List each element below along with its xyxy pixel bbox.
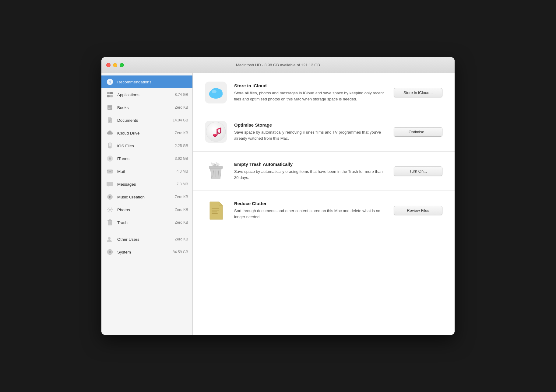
sidebar-label-trash: Trash — [117, 220, 175, 225]
clutter-rec-desc: Sort through documents and other content… — [234, 208, 386, 220]
sidebar-size-mail: 4.3 MB — [177, 169, 188, 173]
trash-icon — [106, 218, 114, 227]
sidebar-item-music-creation[interactable]: Music Creation Zero KB — [101, 191, 192, 203]
sidebar-item-recommendations[interactable]: ℹ Recommendations — [101, 75, 192, 88]
icloud-drive-icon — [106, 129, 114, 137]
svg-rect-3 — [107, 92, 110, 94]
recommendation-trash: Empty Trash Automatically Save space by … — [193, 152, 455, 191]
sidebar-item-books[interactable]: Books Zero KB — [101, 101, 192, 114]
photos-icon — [106, 205, 114, 214]
svg-line-28 — [111, 211, 112, 212]
svg-rect-33 — [109, 219, 111, 220]
sidebar-label-photos: Photos — [117, 208, 175, 212]
books-icon — [106, 103, 114, 112]
svg-rect-4 — [110, 92, 113, 94]
svg-point-49 — [212, 90, 216, 93]
sidebar-item-ios-files[interactable]: iOS Files 2.25 GB — [101, 139, 192, 152]
icloud-rec-text: Store in iCloud Store all files, photos … — [234, 83, 386, 102]
recommendation-clutter: Reduce Clutter Sort through documents an… — [193, 191, 455, 230]
sidebar-label-music-creation: Music Creation — [117, 195, 175, 199]
close-button[interactable] — [106, 63, 111, 67]
icloud-rec-button[interactable]: Store in iCloud... — [394, 88, 442, 97]
sidebar-label-recommendations: Recommendations — [117, 80, 188, 84]
svg-point-19 — [109, 158, 111, 159]
svg-line-27 — [108, 208, 109, 208]
svg-rect-10 — [108, 108, 111, 109]
clutter-rec-icon — [205, 199, 227, 221]
main-content: Store in iCloud Store all files, photos … — [193, 73, 455, 335]
sidebar-size-trash: Zero KB — [175, 220, 188, 225]
svg-rect-6 — [110, 95, 113, 97]
sidebar-label-icloud-drive: iCloud Drive — [117, 131, 175, 135]
sidebar-item-messages[interactable]: Messages 7.3 MB — [101, 178, 192, 191]
sidebar-item-system[interactable]: System 84.59 GB — [101, 246, 192, 258]
sidebar-size-photos: Zero KB — [175, 208, 188, 212]
sidebar-item-mail[interactable]: Mail 4.3 MB — [101, 165, 192, 178]
other-users-icon — [106, 235, 114, 243]
sidebar-item-documents[interactable]: Documents 14.04 GB — [101, 114, 192, 127]
sidebar-label-system: System — [117, 250, 173, 254]
review-files-button[interactable]: Review Files — [394, 206, 442, 215]
trash-rec-button[interactable]: Turn On... — [394, 166, 442, 176]
sidebar-label-applications: Applications — [117, 93, 175, 97]
sidebar-label-other-users: Other Users — [117, 237, 175, 242]
sidebar-label-books: Books — [117, 105, 175, 110]
music-creation-icon — [106, 193, 114, 201]
trash-rec-icon — [205, 160, 227, 182]
sidebar-label-mail: Mail — [117, 169, 177, 174]
sidebar-size-books: Zero KB — [175, 105, 188, 110]
sidebar-label-itunes: iTunes — [117, 156, 175, 161]
svg-point-39 — [109, 251, 111, 253]
trash-rec-text: Empty Trash Automatically Save space by … — [234, 162, 386, 180]
recommendations-icon: ℹ — [106, 78, 114, 86]
sidebar-item-icloud-drive[interactable]: iCloud Drive Zero KB — [101, 127, 192, 139]
svg-line-30 — [108, 211, 109, 212]
sidebar: ℹ Recommendations Applications 8.74 GB — [101, 73, 193, 335]
svg-rect-15 — [109, 143, 111, 146]
sidebar-size-music-creation: Zero KB — [175, 195, 188, 199]
svg-point-51 — [206, 122, 226, 142]
svg-rect-12 — [109, 121, 111, 121]
icloud-rec-icon — [205, 82, 227, 103]
optimise-rec-button[interactable]: Optimise... — [394, 127, 442, 137]
traffic-lights — [106, 63, 124, 67]
clutter-rec-text: Reduce Clutter Sort through documents an… — [234, 201, 386, 220]
icloud-rec-desc: Store all files, photos and messages in … — [234, 90, 386, 102]
maximize-button[interactable] — [120, 63, 124, 67]
sidebar-size-itunes: 3.62 GB — [175, 156, 188, 161]
optimise-rec-icon — [205, 121, 227, 143]
sidebar-item-trash[interactable]: Trash Zero KB — [101, 216, 192, 229]
sidebar-label-ios-files: iOS Files — [117, 144, 175, 148]
svg-rect-13 — [109, 121, 110, 122]
svg-rect-58 — [212, 208, 219, 209]
titlebar: Macintosh HD - 3.98 GB available of 121.… — [101, 57, 455, 73]
itunes-icon — [106, 154, 114, 163]
system-icon — [106, 248, 114, 256]
svg-text:ℹ: ℹ — [109, 80, 111, 84]
sidebar-size-applications: 8.74 GB — [175, 93, 188, 97]
svg-point-52 — [214, 134, 216, 136]
sidebar-size-documents: 14.04 GB — [173, 118, 188, 122]
sidebar-size-ios-files: 2.25 GB — [175, 144, 188, 148]
recommendation-optimise: Optimise Storage Save space by automatic… — [193, 112, 455, 152]
svg-rect-32 — [107, 220, 112, 221]
svg-rect-5 — [107, 95, 110, 97]
ios-files-icon — [106, 142, 114, 150]
sidebar-size-icloud-drive: Zero KB — [175, 131, 188, 135]
sidebar-item-other-users[interactable]: Other Users Zero KB — [101, 233, 192, 246]
sidebar-item-itunes[interactable]: iTunes 3.62 GB — [101, 152, 192, 165]
svg-rect-9 — [108, 107, 112, 107]
content-area: ℹ Recommendations Applications 8.74 GB — [101, 73, 455, 335]
sidebar-item-applications[interactable]: Applications 8.74 GB — [101, 88, 192, 101]
documents-icon — [106, 116, 114, 124]
svg-rect-61 — [212, 213, 218, 214]
trash-rec-desc: Save space by automatically erasing item… — [234, 169, 386, 180]
svg-rect-8 — [108, 106, 112, 106]
sidebar-size-messages: 7.3 MB — [177, 182, 188, 186]
sidebar-label-documents: Documents — [117, 118, 173, 123]
window-title: Macintosh HD - 3.98 GB available of 121.… — [236, 63, 320, 67]
optimise-rec-desc: Save space by automatically removing iTu… — [234, 129, 386, 141]
sidebar-item-photos[interactable]: Photos Zero KB — [101, 203, 192, 216]
trash-rec-title: Empty Trash Automatically — [234, 162, 386, 167]
minimize-button[interactable] — [113, 63, 117, 67]
